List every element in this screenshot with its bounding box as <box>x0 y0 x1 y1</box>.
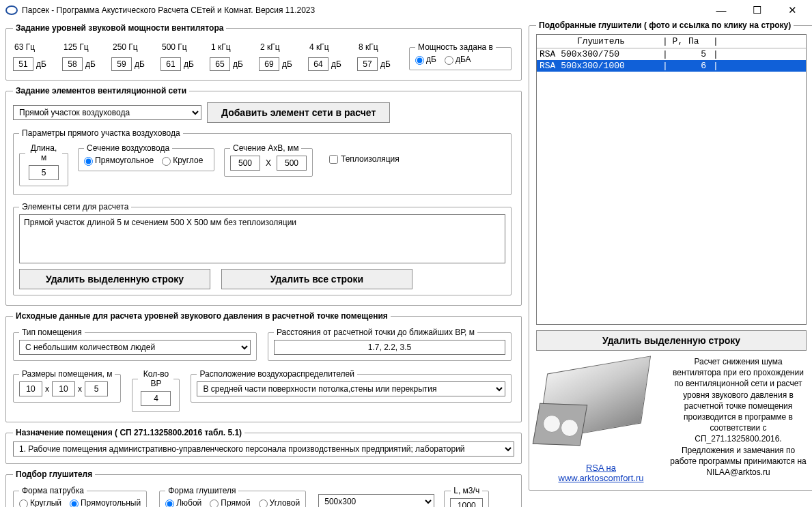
form-straight-radio[interactable]: Прямой <box>210 498 250 507</box>
list-item[interactable]: Прямой участок длиной 5 м сечением 500 Х… <box>24 218 501 227</box>
dim-a-input[interactable] <box>230 156 260 171</box>
freq-63-input[interactable] <box>13 57 33 71</box>
info-text: Расчет снижения шума вентилятора при его… <box>670 356 807 478</box>
add-element-button[interactable]: Добавить элемент сети в расчет <box>207 102 390 123</box>
freq-1k: 1 кГц дБ <box>210 42 255 71</box>
dist-input[interactable] <box>274 340 505 355</box>
dim3-input[interactable] <box>85 381 108 396</box>
freq-250-input[interactable] <box>111 57 132 71</box>
delete-all-button[interactable]: Удалить все строки <box>221 269 412 289</box>
delete-row-button[interactable]: Удалить выделенную строку <box>19 269 210 289</box>
dist-group: Расстояния от расчетной точки до ближайш… <box>268 328 512 361</box>
form-any-radio[interactable]: Любой <box>165 498 201 507</box>
freq-8k-input[interactable] <box>357 57 378 71</box>
fan-group: Задание уровней звуковой мощности вентил… <box>5 23 522 81</box>
form-angle-radio[interactable]: Угловой <box>259 498 300 507</box>
bp-group: Кол-во ВР <box>132 369 180 412</box>
length-group: Длина, м <box>19 143 68 186</box>
freq-125: 125 Гц дБ <box>62 42 107 71</box>
element-select[interactable]: Прямой участок воздуховода <box>13 105 201 120</box>
pat-round-radio[interactable]: Круглый <box>19 498 61 507</box>
table-row[interactable]: RSA 500x300/1000| 6| <box>537 60 806 72</box>
length-input[interactable] <box>29 165 59 180</box>
purpose-group: Назначение помещения ( СП 271.1325800.20… <box>5 428 522 464</box>
arktos-link[interactable]: www.arktoscomfort.ru <box>559 473 644 483</box>
window-title: Парсек - Программа Акустического Расчета… <box>22 5 710 15</box>
section-round-radio[interactable]: Круглое <box>162 156 203 165</box>
bp-input[interactable] <box>141 391 171 406</box>
dim2-input[interactable] <box>52 381 75 396</box>
freq-2k-input[interactable] <box>259 57 279 71</box>
element-list-group: Элементы сети для расчета Прямой участок… <box>13 202 512 295</box>
patrubok-group: Форма патрубка Круглый Прямоугольный <box>13 486 147 507</box>
silencer-pick-group: Подбор глушителя Форма патрубка Круглый … <box>5 469 522 507</box>
network-group: Задание элементов вентиляционной сети Пр… <box>5 86 522 306</box>
freq-63: 63 Гц дБ <box>13 42 58 71</box>
freq-1k-input[interactable] <box>210 57 230 71</box>
room-dims-group: Размеры помещения, м x x <box>13 369 121 403</box>
purpose-select[interactable]: 1. Рабочие помещения административно-упр… <box>13 441 514 457</box>
minimize-icon[interactable]: — <box>710 4 733 16</box>
sil-form-group: Форма глушителя Любой Прямой Угловой <box>159 486 306 507</box>
element-listbox[interactable]: Прямой участок длиной 5 м сечением 500 Х… <box>19 214 505 263</box>
selected-silencers-group: Подобранные глушители ( фото и ссылка по… <box>529 20 812 491</box>
silencer-list-header: Глушитель| P, Па| <box>537 35 806 48</box>
sil-size-select[interactable]: 500x300 <box>318 494 434 507</box>
app-logo-icon <box>5 5 18 15</box>
fan-legend: Задание уровней звуковой мощности вентил… <box>13 23 226 33</box>
power-dba-radio[interactable]: дБА <box>445 55 471 64</box>
thermo-checkbox[interactable]: Теплоизоляция <box>329 154 400 164</box>
silencer-listbox[interactable]: Глушитель| P, Па| RSA 500x300/750| 5| RS… <box>536 34 807 325</box>
power-mode-group: Мощность задана в дБ дБА <box>409 42 512 70</box>
flow-group: L, м3/ч <box>444 486 489 507</box>
freq-125-input[interactable] <box>62 57 83 71</box>
freq-4k-input[interactable] <box>308 57 328 71</box>
freq-500: 500 Гц дБ <box>160 42 206 71</box>
params-group: Параметры прямого участка воздуховода Дл… <box>13 128 512 195</box>
loc-select[interactable]: В средней части поверхности потолка,стен… <box>197 381 505 396</box>
freq-2k: 2 кГц дБ <box>259 42 304 71</box>
maximize-icon[interactable]: ☐ <box>745 4 768 16</box>
freq-250: 250 Гц дБ <box>111 42 156 71</box>
section-group: Сечение воздуховода Прямоугольное Кругло… <box>78 143 214 171</box>
loc-group: Расположение воздухораспределителей В ср… <box>191 369 512 403</box>
silencer-image <box>536 356 666 465</box>
window-buttons: — ☐ ✕ <box>710 4 804 16</box>
freq-8k: 8 кГц дБ <box>357 42 402 71</box>
close-icon[interactable]: ✕ <box>781 4 804 16</box>
freq-4k: 4 кГц дБ <box>308 42 353 71</box>
dim-b-input[interactable] <box>277 156 307 171</box>
room-group: Исходные данные для расчета уровней звук… <box>5 311 522 422</box>
section-rect-radio[interactable]: Прямоугольное <box>84 156 154 165</box>
power-db-radio[interactable]: дБ <box>415 55 436 64</box>
titlebar: Парсек - Программа Акустического Расчета… <box>0 0 812 20</box>
room-type-select[interactable]: С небольшим количеством людей <box>19 340 251 355</box>
dim1-input[interactable] <box>19 381 42 396</box>
delete-silencer-row-button[interactable]: Удалить выделенную строку <box>536 330 807 351</box>
pat-rect-radio[interactable]: Прямоугольный <box>70 498 141 507</box>
table-row[interactable]: RSA 500x300/750| 5| <box>537 48 806 60</box>
freq-500-input[interactable] <box>160 57 181 71</box>
flow-input[interactable] <box>450 498 483 507</box>
room-type-group: Тип помещения С небольшим количеством лю… <box>13 328 257 361</box>
axb-group: Сечение АхВ, мм X <box>224 143 313 177</box>
